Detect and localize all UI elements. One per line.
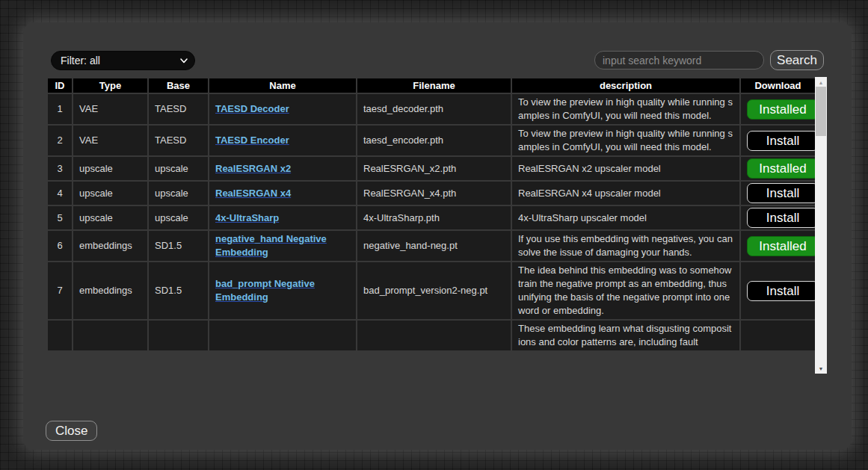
cell-name: 4x-UltraSharp [209, 205, 357, 230]
model-name-link[interactable]: bad_prompt Negative Embedding [215, 278, 315, 303]
cell-base: TAESD [148, 125, 209, 156]
cell-download: Install [740, 262, 815, 320]
cell-type: upscale [73, 205, 148, 230]
cell-description: If you use this embedding with negatives… [511, 230, 740, 262]
table-body: 1VAETAESDTAESD Decodertaesd_decoder.pthT… [47, 93, 815, 351]
search-input[interactable] [594, 51, 764, 69]
cell-download: Installed [740, 230, 815, 262]
cell-description: 4x-UltraSharp upscaler model [511, 205, 740, 230]
cell-id: 5 [47, 205, 73, 230]
install-button[interactable]: Install [747, 208, 815, 228]
cell-id: 7 [47, 262, 73, 320]
table-row: 5upscaleupscale4x-UltraSharp4x-UltraShar… [47, 205, 815, 230]
column-header-id: ID [47, 78, 73, 93]
cell-id: 4 [47, 181, 73, 205]
model-name-link[interactable]: 4x-UltraSharp [215, 212, 279, 223]
column-header-download: Download [740, 78, 815, 93]
cell-description: To view the preview in high quality whil… [511, 125, 740, 156]
filter-select[interactable]: Filter: all [51, 51, 195, 70]
cell-download: Installed [740, 93, 815, 125]
cell-base: SD1.5 [148, 262, 209, 320]
cell-filename: RealESRGAN_x4.pth [357, 181, 511, 205]
cell-description: RealESRGAN x4 upscaler model [511, 181, 740, 205]
install-button[interactable]: Install [747, 281, 815, 301]
cell-base: TAESD [148, 93, 209, 125]
cell-type: embeddings [73, 230, 148, 262]
models-table-grid: IDTypeBaseNameFilenamedescriptionDownloa… [46, 77, 815, 352]
column-header-name: Name [209, 78, 357, 93]
cell-description: These embedding learn what disgusting co… [511, 320, 740, 351]
cell-name: TAESD Encoder [209, 125, 357, 156]
cell-filename: taesd_decoder.pth [357, 93, 511, 125]
cell-base: upscale [148, 205, 209, 230]
column-header-description: description [511, 78, 740, 93]
cell-id: 3 [47, 156, 73, 181]
cell-type: VAE [73, 125, 148, 156]
table-row: 3upscaleupscaleRealESRGAN x2RealESRGAN_x… [47, 156, 815, 181]
column-header-type: Type [73, 78, 148, 93]
table-row: 6embeddingsSD1.5negative_hand Negative E… [47, 230, 815, 262]
cell-description: The idea behind this embedding was to so… [511, 262, 740, 320]
table-header: IDTypeBaseNameFilenamedescriptionDownloa… [47, 78, 815, 93]
scrollbar-down-arrow-icon[interactable]: ▼ [815, 363, 827, 374]
table-header-row: IDTypeBaseNameFilenamedescriptionDownloa… [47, 78, 815, 93]
cell-type: upscale [73, 156, 148, 181]
cell-name: RealESRGAN x4 [209, 181, 357, 205]
table-row: 2VAETAESDTAESD Encodertaesd_encoder.pthT… [47, 125, 815, 156]
table-row: 4upscaleupscaleRealESRGAN x4RealESRGAN_x… [47, 181, 815, 205]
install-models-dialog: Filter: all Search IDTypeBaseNameFilenam… [23, 22, 852, 450]
cell-base: SD1.5 [148, 230, 209, 262]
filter-select-wrap: Filter: all [51, 51, 195, 70]
cell-download: Install [740, 125, 815, 156]
cell-filename: taesd_encoder.pth [357, 125, 511, 156]
cell-name: bad_prompt Negative Embedding [209, 262, 357, 320]
cell-description: To view the preview in high quality whil… [511, 93, 740, 125]
cell-base: upscale [148, 156, 209, 181]
table-scrollbar[interactable]: ▲ ▼ [815, 77, 827, 374]
cell-filename: negative_hand-neg.pt [357, 230, 511, 262]
cell-description: RealESRGAN x2 upscaler model [511, 156, 740, 181]
table-row: 7embeddingsSD1.5bad_prompt Negative Embe… [47, 262, 815, 320]
cell-id: 2 [47, 125, 73, 156]
table-row: 1VAETAESDTAESD Decodertaesd_decoder.pthT… [47, 93, 815, 125]
cell-id [47, 320, 73, 351]
cell-name: TAESD Decoder [209, 93, 357, 125]
cell-base [148, 320, 209, 351]
cell-type: embeddings [73, 262, 148, 320]
column-header-filename: Filename [357, 78, 511, 93]
scrollbar-thumb[interactable] [816, 87, 826, 136]
model-name-link[interactable]: RealESRGAN x2 [215, 163, 291, 174]
table-row: These embedding learn what disgusting co… [47, 320, 815, 351]
model-name-link[interactable]: negative_hand Negative Embedding [215, 233, 327, 258]
scrollbar-up-arrow-icon[interactable]: ▲ [815, 77, 827, 87]
cell-type [73, 320, 148, 351]
cell-base: upscale [148, 181, 209, 205]
cell-filename: 4x-UltraSharp.pth [357, 205, 511, 230]
install-button[interactable]: Install [747, 183, 815, 203]
installed-button[interactable]: Installed [747, 236, 815, 256]
model-name-link[interactable]: TAESD Decoder [215, 103, 289, 114]
cell-name [209, 320, 357, 351]
cell-filename [357, 320, 511, 351]
cell-type: upscale [73, 181, 148, 205]
close-button[interactable]: Close [46, 421, 97, 441]
cell-download: Install [740, 181, 815, 205]
cell-name: negative_hand Negative Embedding [209, 230, 357, 262]
model-name-link[interactable]: RealESRGAN x4 [215, 188, 291, 199]
search-button[interactable]: Search [770, 50, 824, 70]
installed-button[interactable]: Installed [747, 158, 815, 179]
column-header-base: Base [148, 78, 209, 93]
model-name-link[interactable]: TAESD Encoder [215, 134, 289, 146]
cell-id: 1 [47, 93, 73, 125]
cell-download [740, 320, 815, 351]
install-button[interactable]: Install [747, 131, 815, 151]
cell-download: Install [740, 205, 815, 230]
installed-button[interactable]: Installed [747, 99, 815, 120]
cell-name: RealESRGAN x2 [209, 156, 357, 181]
cell-filename: bad_prompt_version2-neg.pt [357, 262, 511, 320]
cell-id: 6 [47, 230, 73, 262]
models-table: IDTypeBaseNameFilenamedescriptionDownloa… [46, 77, 815, 374]
cell-type: VAE [73, 93, 148, 125]
cell-filename: RealESRGAN_x2.pth [357, 156, 511, 181]
cell-download: Installed [740, 156, 815, 181]
